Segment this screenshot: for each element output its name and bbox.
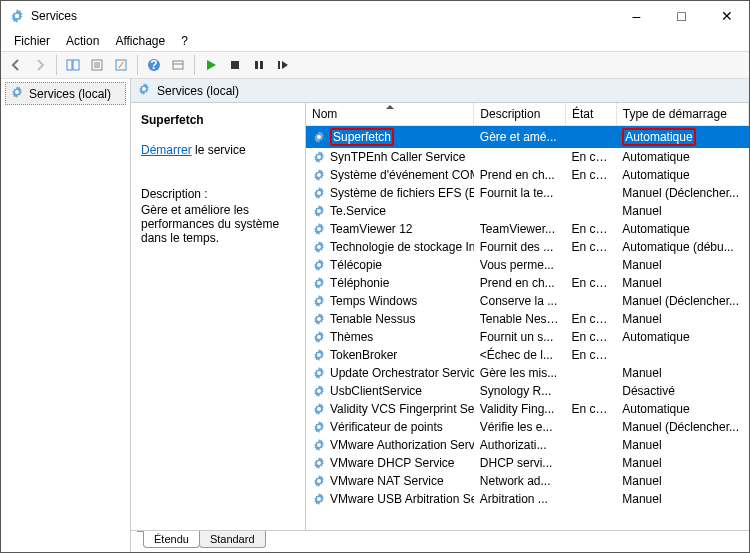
service-state [565,256,616,274]
content-header: Services (local) [131,79,749,103]
table-row[interactable]: ThèmesFournit un s...En co...Automatique [306,328,749,346]
table-row[interactable]: Système de fichiers EFS (En...Fournit la… [306,184,749,202]
table-row[interactable]: Système d'événement COM+Prend en ch...En… [306,166,749,184]
tree-root-label: Services (local) [29,87,111,101]
table-row[interactable]: TeamViewer 12TeamViewer...En co...Automa… [306,220,749,238]
stop-service-button[interactable] [224,54,246,76]
svg-point-29 [317,335,321,339]
minimize-button[interactable]: – [614,1,659,31]
table-row[interactable]: TéléphoniePrend en ch...En co...Manuel [306,274,749,292]
menu-help[interactable]: ? [174,32,195,50]
service-name: Te.Service [312,204,468,218]
svg-rect-10 [173,61,183,69]
col-header-state[interactable]: État [565,103,616,126]
pause-service-button[interactable] [248,54,270,76]
table-row[interactable]: Technologie de stockage In...Fournit des… [306,238,749,256]
service-name: Tenable Nessus [312,312,468,326]
svg-point-38 [317,497,321,501]
svg-rect-12 [231,61,239,69]
maximize-button[interactable]: □ [659,1,704,31]
table-row[interactable]: Temps WindowsConserve la ...Manuel (Décl… [306,292,749,310]
start-service-button[interactable] [200,54,222,76]
service-desc: Vous perme... [474,256,566,274]
col-header-startup[interactable]: Type de démarrage [616,103,748,126]
refresh-button[interactable] [167,54,189,76]
service-startup: Manuel (Déclencher... [616,184,748,202]
service-state: En co... [565,220,616,238]
tab-standard[interactable]: Standard [199,531,266,548]
service-desc [474,148,566,166]
table-row[interactable]: TélécopieVous perme...Manuel [306,256,749,274]
service-name: VMware DHCP Service [312,456,468,470]
forward-button[interactable] [29,54,51,76]
svg-point-27 [317,299,321,303]
svg-rect-2 [73,60,79,70]
restart-service-button[interactable] [272,54,294,76]
table-row[interactable]: SuperfetchGère et amé...Automatique [306,126,749,149]
content-header-label: Services (local) [157,84,239,98]
service-startup: Manuel (Déclencher... [616,418,748,436]
table-row[interactable]: TokenBroker<Échec de l...En co... [306,346,749,364]
service-desc: Gère les mis... [474,364,566,382]
svg-point-35 [317,443,321,447]
main-area: Services (local) Services (local) Superf… [1,79,749,552]
start-link[interactable]: Démarrer [141,143,192,157]
service-desc: Tenable Ness... [474,310,566,328]
service-state [565,418,616,436]
table-row[interactable]: Vérificateur de pointsVérifie les e...Ma… [306,418,749,436]
back-button[interactable] [5,54,27,76]
col-header-name[interactable]: Nom [306,103,474,126]
svg-rect-1 [67,60,72,70]
service-startup: Automatique [616,148,748,166]
service-desc: Network ad... [474,472,566,490]
services-list[interactable]: Nom Description État Type de démarrage S… [306,103,749,530]
service-state [565,454,616,472]
table-row[interactable]: UsbClientServiceSynology R...Désactivé [306,382,749,400]
table-row[interactable]: Validity VCS Fingerprint Ser...Validity … [306,400,749,418]
svg-point-23 [317,227,321,231]
service-desc: Validity Fing... [474,400,566,418]
svg-point-16 [15,90,19,94]
help-button[interactable]: ? [143,54,165,76]
service-state: En co... [565,346,616,364]
services-icon [137,82,151,99]
export-button[interactable] [110,54,132,76]
service-state: En co... [565,310,616,328]
close-button[interactable]: ✕ [704,1,749,31]
tab-extended[interactable]: Étendu [143,531,200,548]
menu-view[interactable]: Affichage [108,32,172,50]
service-startup: Manuel [616,454,748,472]
service-state: En co... [565,148,616,166]
detail-pane: Superfetch Démarrer le service Descripti… [131,103,306,530]
service-desc: Fournit la te... [474,184,566,202]
service-state [565,292,616,310]
services-icon [10,85,24,102]
service-state: En co... [565,166,616,184]
tree-pane: Services (local) [1,79,131,552]
col-header-description[interactable]: Description [474,103,566,126]
menu-bar: Fichier Action Affichage ? [1,31,749,51]
table-row[interactable]: SynTPEnh Caller ServiceEn co...Automatiq… [306,148,749,166]
table-row[interactable]: VMware NAT ServiceNetwork ad...Manuel [306,472,749,490]
service-name: VMware Authorization Servi... [312,438,468,452]
tree-root-services-local[interactable]: Services (local) [5,82,126,105]
show-hide-tree-button[interactable] [62,54,84,76]
service-state [565,382,616,400]
service-name: SynTPEnh Caller Service [312,150,468,164]
service-name: Télécopie [312,258,468,272]
menu-action[interactable]: Action [59,32,106,50]
table-row[interactable]: VMware USB Arbitration Ser...Arbitration… [306,490,749,508]
table-row[interactable]: Te.ServiceManuel [306,202,749,220]
service-state [565,126,616,149]
table-row[interactable]: VMware DHCP ServiceDHCP servi...Manuel [306,454,749,472]
menu-file[interactable]: Fichier [7,32,57,50]
table-row[interactable]: Update Orchestrator ServiceGère les mis.… [306,364,749,382]
table-row[interactable]: VMware Authorization Servi...Authorizati… [306,436,749,454]
content-pane: Services (local) Superfetch Démarrer le … [131,79,749,552]
svg-point-24 [317,245,321,249]
table-row[interactable]: Tenable NessusTenable Ness...En co...Man… [306,310,749,328]
properties-button[interactable] [86,54,108,76]
service-name: VMware NAT Service [312,474,468,488]
service-state [565,472,616,490]
svg-point-31 [317,371,321,375]
